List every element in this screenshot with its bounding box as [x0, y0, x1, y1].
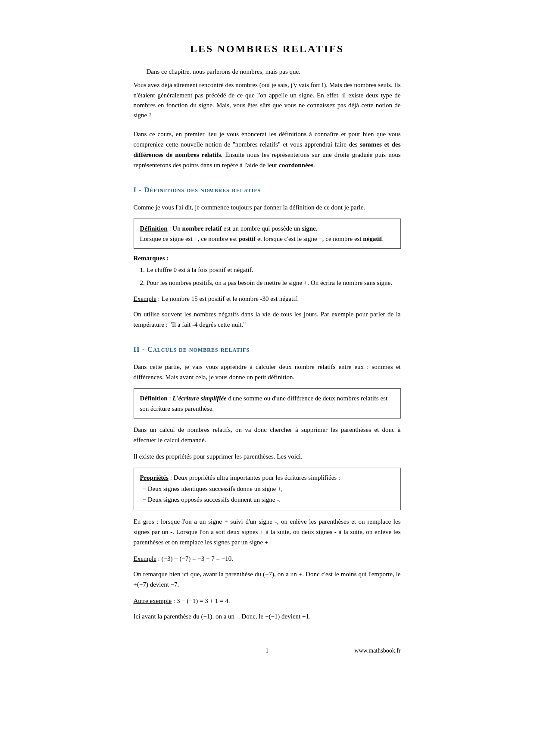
- extra-paragraph: On utilise souvent les nombres négatifs …: [134, 309, 401, 330]
- section1-intro: Comme je vous l'ai dit, je commence touj…: [134, 202, 401, 212]
- exemple1-text: : Le nombre 15 est positif et le nombre …: [156, 295, 299, 302]
- proprietes-box: Propriétés : Deux propriétés ultra impor…: [134, 468, 401, 510]
- intro-paragraph1: Vous avez déjà sûrement rencontré des no…: [134, 80, 401, 120]
- section2-paragraph2: Dans un calcul de nombres relatifs, on v…: [134, 425, 401, 445]
- definition-box-2: Définition : L'écriture simplifiée d'une…: [134, 388, 401, 419]
- prop-dash1: − Deux signes identiques successifs donn…: [143, 485, 283, 492]
- exemple3-extra: Ici avant la parenthèse du (−1), on a un…: [134, 611, 401, 622]
- remarques-list: Le chiffre 0 est à la fois positif et né…: [147, 265, 401, 288]
- prop-dash2: − Deux signes opposés successifs donnent…: [143, 496, 281, 503]
- exemple1: Exemple : Le nombre 15 est positif et le…: [134, 294, 401, 304]
- section1-title: I - Définitions des nombres relatifs: [134, 186, 401, 194]
- bold-sommes: sommes et des différences de nombres rel…: [134, 141, 401, 158]
- exemple3: Autre exemple : 3 − (−1) = 3 + 1 = 4.: [134, 596, 401, 606]
- exemple3-text: : 3 − (−1) = 3 + 1 = 4.: [172, 597, 230, 604]
- remarques-title: Remarques :: [134, 255, 401, 262]
- exemple2: Exemple : (−3) + (−7) = −3 − 7 = −10.: [134, 553, 401, 564]
- intro-line1: Dans ce chapitre, nous parlerons de nomb…: [147, 67, 401, 77]
- exemple-label-2: Exemple: [134, 555, 156, 562]
- remarque-2: Pour les nombres positifs, on a pas beso…: [147, 278, 401, 289]
- definition-label-1: Définition: [140, 225, 168, 232]
- def1-nombre-relatif: nombre relatif: [182, 225, 222, 232]
- exemple-label-3: Autre exemple: [134, 597, 172, 604]
- def2-ecriture: L'écriture simplifiée: [172, 395, 226, 402]
- def1-positif: positif: [238, 235, 256, 242]
- exemple2-extra: On remarque bien ici que, avant la paren…: [134, 569, 401, 590]
- bold-coordonnees: coordonnées: [279, 162, 313, 169]
- section2-intro: Dans cette partie, je vais vous apprendr…: [134, 362, 401, 382]
- def1-negatif: négatif: [363, 235, 382, 242]
- section2-paragraph3: Il existe des propriétés pour supprimer …: [134, 451, 401, 462]
- footer: 1 www.mathsbook.fr: [134, 647, 401, 654]
- intro-paragraph2: Dans ce cours, en premier lieu je vous é…: [134, 129, 401, 170]
- section2-title: II - Calculs de nombres relatifs: [134, 345, 401, 354]
- def1-signe: signe: [302, 225, 316, 232]
- exemple2-text: : (−3) + (−7) = −3 − 7 = −10.: [156, 555, 233, 562]
- section2-explanation1: En gros : lorsque l'on a un signe + suiv…: [134, 516, 401, 547]
- proprietes-label: Propriétés: [140, 474, 169, 481]
- remarque-1: Le chiffre 0 est à la fois positif et né…: [147, 265, 401, 276]
- definition-box-1: Définition : Un nombre relatif est un no…: [134, 219, 401, 249]
- main-title: Les nombres relatifs: [134, 43, 401, 55]
- exemple-label-1: Exemple: [134, 295, 156, 302]
- definition-label-2: Définition: [140, 395, 168, 402]
- page: Les nombres relatifs Dans ce chapitre, n…: [99, 17, 435, 689]
- website: www.mathsbook.fr: [332, 647, 401, 654]
- page-number: 1: [203, 647, 332, 654]
